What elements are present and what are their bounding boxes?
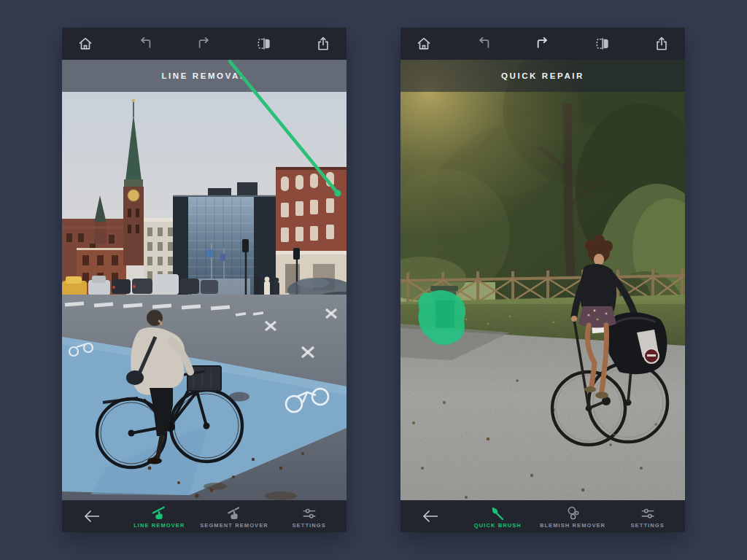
before-after-compare-icon	[594, 36, 611, 52]
top-toolbar	[400, 28, 685, 60]
redo-button[interactable]	[534, 35, 551, 52]
tool-label: LINE REMOVER	[133, 522, 185, 529]
tool-label: BLEMISH REMOVER	[540, 522, 605, 529]
editor-screen: LINE REMOVAL	[62, 60, 347, 500]
bottom-toolbar: QUICK BRUSH BLEMISH REMOVER SETTINGS	[400, 500, 685, 532]
screen-title: QUICK REPAIR	[501, 71, 584, 80]
tool-blemish-remover[interactable]: BLEMISH REMOVER	[535, 500, 611, 532]
home-icon	[77, 36, 93, 52]
tool-label: QUICK BRUSH	[474, 522, 522, 529]
screen-title-bar: QUICK REPAIR	[400, 60, 685, 92]
park-scene	[400, 60, 685, 500]
home-button[interactable]	[415, 35, 433, 52]
street-photo-canvas[interactable]	[62, 60, 347, 500]
home-icon	[416, 36, 432, 52]
undo-button[interactable]	[136, 35, 154, 52]
share-icon	[654, 36, 670, 52]
tool-label: SETTINGS	[293, 522, 326, 529]
settings-sliders-icon	[640, 506, 656, 521]
tool-label: SETTINGS	[631, 522, 665, 529]
quick-repair-screen: QUICK REPAIR QUICK BRUSH	[400, 28, 685, 532]
blemish-remover-icon	[565, 506, 581, 521]
line-remover-icon	[151, 506, 167, 521]
waste-bin	[430, 286, 458, 321]
top-toolbar	[62, 28, 347, 60]
tool-line-remover[interactable]: LINE REMOVER	[122, 500, 197, 532]
compare-button[interactable]	[594, 35, 611, 52]
tool-label: SEGMENT REMOVER	[200, 522, 268, 529]
redo-icon	[535, 36, 551, 52]
share-button[interactable]	[314, 35, 332, 52]
screen-title: LINE REMOVAL	[161, 71, 247, 80]
quick-brush-icon	[489, 506, 506, 521]
share-icon	[315, 36, 331, 52]
screen-title-bar: LINE REMOVAL	[62, 60, 347, 92]
undo-icon	[137, 36, 153, 52]
tool-settings[interactable]: SETTINGS	[271, 500, 347, 532]
redo-icon	[196, 36, 212, 52]
compare-button[interactable]	[255, 35, 273, 52]
back-arrow-icon	[82, 509, 101, 524]
line-removal-screen: LINE REMOVAL LINE REMOVER	[62, 28, 347, 532]
park-photo-canvas[interactable]	[400, 60, 685, 500]
undo-button[interactable]	[475, 35, 492, 52]
home-button[interactable]	[77, 35, 94, 52]
undo-icon	[476, 36, 492, 52]
back-button[interactable]	[400, 500, 460, 532]
redo-button[interactable]	[196, 35, 213, 52]
editor-screen: QUICK REPAIR	[400, 60, 685, 500]
back-button[interactable]	[62, 500, 122, 532]
tool-settings[interactable]: SETTINGS	[610, 500, 685, 532]
tool-segment-remover[interactable]: SEGMENT REMOVER	[197, 500, 272, 532]
before-after-compare-icon	[255, 36, 273, 52]
back-arrow-icon	[421, 509, 440, 524]
street-scene	[62, 60, 347, 500]
tool-quick-brush[interactable]: QUICK BRUSH	[460, 500, 535, 532]
segment-remover-icon	[226, 506, 242, 521]
bottom-toolbar: LINE REMOVER SEGMENT REMOVER SETTINGS	[62, 500, 347, 532]
share-button[interactable]	[653, 35, 670, 52]
settings-sliders-icon	[301, 506, 317, 521]
